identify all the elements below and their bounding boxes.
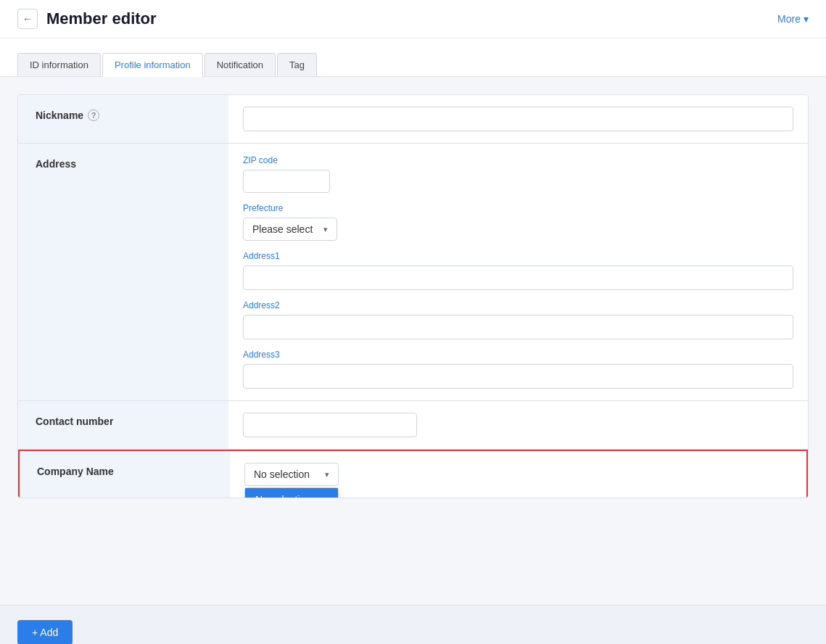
nickname-input[interactable] [243,107,793,131]
footer-bar: + Add [0,605,826,644]
company-label: Company Name [37,466,114,477]
address-label: Address [36,158,76,170]
company-selected-value: No selection [254,468,310,480]
contact-row: Contact number [18,401,808,450]
company-chevron-icon: ▾ [325,470,329,479]
nickname-label-cell: Nickname ? [18,95,228,143]
nickname-row: Nickname ? [18,95,808,144]
zip-group: ZIP code [243,155,793,193]
header-left: ← Member editor [17,9,157,29]
address2-label: Address2 [243,300,793,310]
contact-label: Contact number [36,416,113,427]
prefecture-value: Please select [252,223,313,235]
address-input-cell: ZIP code Prefecture Please select ▾ Addr… [228,144,808,400]
tabs-bar: ID information Profile information Notif… [0,38,826,77]
prefecture-select[interactable]: Please select ▾ [243,218,337,241]
address2-group: Address2 [243,300,793,339]
address1-group: Address1 [243,251,793,290]
company-option-no-selection[interactable]: No selection [245,488,338,498]
more-button[interactable]: More ▾ [777,13,809,25]
back-button[interactable]: ← [17,9,38,29]
page-title: Member editor [46,9,157,28]
more-label: More [777,13,801,25]
prefecture-chevron-icon: ▾ [323,225,328,234]
address2-input[interactable] [243,315,793,339]
prefecture-group: Prefecture Please select ▾ [243,203,793,241]
add-button-label: + Add [32,627,58,638]
address-label-cell: Address [18,144,228,400]
company-dropdown-menu: No selection Company A Company B [244,487,339,498]
chevron-down-icon: ▾ [804,13,809,25]
content-area: Nickname ? Address ZIP code [0,77,826,605]
zip-label: ZIP code [243,155,793,165]
address1-label: Address1 [243,251,793,261]
address3-label: Address3 [243,350,793,360]
nickname-input-cell [228,95,808,143]
nickname-label: Nickname [36,110,83,121]
zip-input[interactable] [243,170,330,193]
tab-profile-information[interactable]: Profile information [102,53,203,77]
tab-tag[interactable]: Tag [277,53,317,76]
back-icon: ← [22,13,33,25]
tab-notification[interactable]: Notification [205,53,276,76]
form-table: Nickname ? Address ZIP code [17,94,809,498]
address3-group: Address3 [243,350,793,389]
prefecture-label: Prefecture [243,203,793,213]
add-button[interactable]: + Add [17,620,73,644]
company-dropdown-wrapper: No selection ▾ No selection Company A [244,463,339,486]
company-select[interactable]: No selection ▾ [244,463,339,486]
address-row: Address ZIP code Prefecture Please selec… [18,144,808,401]
contact-input-cell [228,401,808,449]
address1-input[interactable] [243,265,793,290]
company-label-cell: Company Name [20,451,230,498]
contact-label-cell: Contact number [18,401,228,449]
nickname-help-icon[interactable]: ? [88,110,99,121]
header: ← Member editor More ▾ [0,0,826,38]
company-row: Company Name No selection ▾ No selection [18,450,808,498]
company-input-cell: No selection ▾ No selection Company A [230,451,806,498]
contact-input[interactable] [243,413,417,437]
tab-id-information[interactable]: ID information [17,53,101,76]
address3-input[interactable] [243,364,793,389]
